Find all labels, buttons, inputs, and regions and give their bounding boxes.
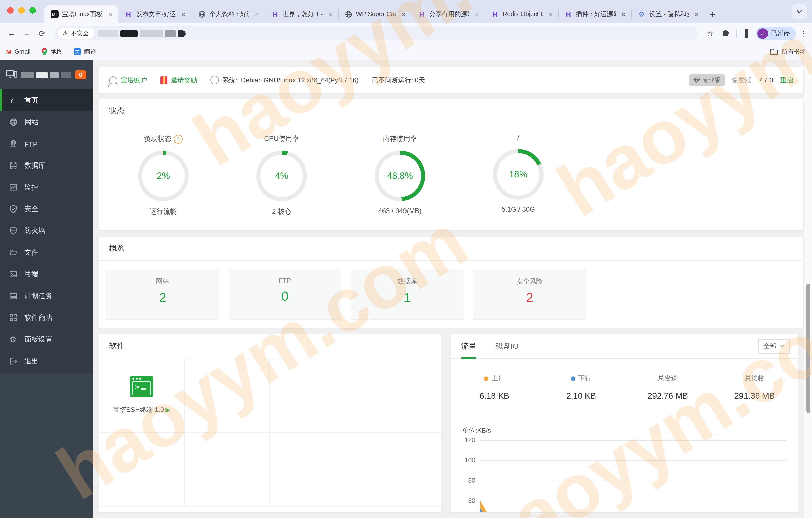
- bookmark-maps[interactable]: 地图: [41, 47, 63, 56]
- traffic-area-chart: [480, 435, 789, 513]
- stat-upstream: 上行 6.18 KB: [451, 374, 538, 401]
- close-tab-icon[interactable]: ×: [619, 10, 628, 18]
- minimize-window-button[interactable]: [18, 7, 25, 13]
- sidebar-item-security[interactable]: 安全: [0, 198, 92, 220]
- play-icon[interactable]: ▶: [165, 406, 170, 414]
- forward-button[interactable]: →: [20, 29, 33, 38]
- sidebar-item-home[interactable]: ⌂ 首页: [0, 89, 92, 111]
- sidebar-item-logout[interactable]: 退出: [0, 350, 92, 372]
- screen: BT 宝塔Linux面板 × H 发布文章-好运 × 个人资料 ‹ 好运 × H…: [0, 0, 812, 518]
- tab-profile[interactable]: 个人资料 ‹ 好运 ×: [192, 5, 265, 23]
- tab-hello-world[interactable]: H 世界，您好！-好 ×: [265, 5, 338, 23]
- new-tab-button[interactable]: +: [710, 9, 716, 20]
- close-tab-icon[interactable]: ×: [326, 10, 334, 18]
- diamond-icon: [693, 77, 700, 83]
- tab-title: Redis Object C: [502, 10, 543, 18]
- software-empty-cell: [184, 358, 270, 433]
- sidebar-item-cron[interactable]: 计划任务: [0, 285, 92, 307]
- security-badge[interactable]: ⚠不安全: [58, 28, 94, 39]
- bookmark-translate[interactable]: 文翻译: [74, 47, 96, 56]
- restart-button[interactable]: 重启: [780, 75, 793, 85]
- overview-websites[interactable]: 网站 2: [106, 269, 219, 320]
- sidebar-item-firewall[interactable]: WAF 防火墙: [0, 220, 92, 242]
- panel-topbar: 宝塔账户 邀请奖励 系统:Debian GNU/Linux 12 x86_64(…: [99, 67, 804, 93]
- y-tick: 100: [454, 457, 475, 464]
- close-tab-icon[interactable]: ×: [693, 10, 701, 18]
- tab-share-source[interactable]: H 分享有用的源码 ×: [411, 5, 485, 23]
- gauge-memory: 内存使用率 48.8% 463 / 949(MB): [341, 134, 459, 216]
- close-tab-icon[interactable]: ×: [253, 10, 261, 18]
- close-tab-icon[interactable]: ×: [179, 10, 187, 18]
- bt-account-link[interactable]: 宝塔账户: [109, 75, 147, 85]
- overview-title: 概览: [99, 237, 804, 261]
- message-count-badge[interactable]: 0: [75, 70, 86, 79]
- overview-security-risks[interactable]: 安全风险 2: [473, 269, 586, 320]
- warning-icon: ⚠: [63, 30, 68, 37]
- sidebar-item-database[interactable]: 数据库: [0, 155, 92, 176]
- reload-button[interactable]: ⟳: [35, 29, 49, 38]
- waf-shield-icon: WAF: [8, 226, 18, 235]
- invite-reward-link[interactable]: 邀请奖励: [160, 75, 197, 85]
- maximize-window-button[interactable]: [29, 7, 36, 13]
- y-tick: 60: [454, 497, 475, 505]
- shield-icon: [8, 205, 18, 213]
- browser-menu-icon[interactable]: ⋮: [800, 29, 807, 37]
- sidebar: 0 ⌂ 首页 网站 FTP 数据库 监控: [0, 60, 92, 518]
- software-card: 软件 > 宝塔SSH终端 1.0▶: [99, 334, 441, 513]
- overview-boxes: 网站 2 FTP 0 数据库 1 安全风险 2: [99, 261, 804, 320]
- gauge-value: 18%: [497, 153, 540, 195]
- software-ssh-terminal[interactable]: > 宝塔SSH终端 1.0▶: [99, 358, 184, 433]
- sidebar-item-websites[interactable]: 网站: [0, 111, 92, 133]
- pro-version-badge[interactable]: 专业版: [689, 74, 725, 86]
- close-tab-icon[interactable]: ×: [473, 10, 481, 18]
- overview-databases[interactable]: 数据库 1: [351, 269, 464, 320]
- extensions-icon[interactable]: [719, 29, 732, 38]
- close-window-button[interactable]: [7, 7, 13, 13]
- gauge-cpu: CPU使用率 4% 2 核心: [223, 134, 341, 216]
- profile-chip[interactable]: J 已暂停: [756, 27, 796, 40]
- sidebar-item-files[interactable]: 文件: [0, 242, 92, 263]
- sidebar-item-terminal[interactable]: 终端: [0, 263, 92, 285]
- tab-traffic[interactable]: 流量: [461, 334, 476, 358]
- close-tab-icon[interactable]: ×: [106, 10, 114, 18]
- back-button[interactable]: ←: [5, 29, 18, 38]
- tab-search-button[interactable]: [792, 4, 807, 19]
- tab-bt-panel[interactable]: BT 宝塔Linux面板 ×: [45, 5, 118, 23]
- gauge-subtext: 463 / 949(MB): [378, 207, 422, 215]
- traffic-header: 流量 磁盘IO 全部: [451, 334, 798, 359]
- tab-title: 个人资料 ‹ 好运: [209, 10, 249, 19]
- tab-redis-object[interactable]: H Redis Object C ×: [485, 5, 558, 23]
- scrollbar-track[interactable]: [804, 60, 812, 518]
- tab-wp-super-cache[interactable]: WP Super Cac ×: [338, 5, 411, 23]
- tab-disk-io[interactable]: 磁盘IO: [495, 334, 519, 358]
- sidebar-header: 0: [0, 60, 92, 89]
- person-icon: [109, 76, 117, 84]
- all-bookmarks[interactable]: 所有书签: [761, 47, 806, 56]
- y-tick: 80: [454, 477, 475, 484]
- scrollbar-thumb[interactable]: [807, 283, 811, 413]
- monitor-icon: [8, 183, 18, 191]
- y-tick: 120: [454, 437, 475, 444]
- calendar-icon: [8, 292, 18, 300]
- tab-settings-privacy[interactable]: ⚙ 设置 - 隐私和安 ×: [632, 5, 705, 23]
- overview-ftp[interactable]: FTP 0: [229, 269, 341, 320]
- tab-publish-article[interactable]: H 发布文章-好运 ×: [118, 5, 192, 23]
- side-panel-icon[interactable]: [741, 29, 754, 38]
- tab-title: 宝塔Linux面板: [62, 10, 103, 19]
- bookmark-gmail[interactable]: MGmail: [6, 48, 30, 55]
- close-tab-icon[interactable]: ×: [400, 10, 407, 18]
- address-bar[interactable]: ⚠不安全: [55, 26, 697, 40]
- bookmark-star-icon[interactable]: ☆: [703, 29, 717, 38]
- close-tab-icon[interactable]: ×: [546, 10, 554, 18]
- sidebar-item-app-store[interactable]: 软件商店: [0, 307, 92, 329]
- bt-panel-app: 0 ⌂ 首页 网站 FTP 数据库 监控: [0, 60, 812, 518]
- sidebar-item-monitor[interactable]: 监控: [0, 176, 92, 198]
- traffic-filter-select[interactable]: 全部: [758, 339, 790, 354]
- downstream-dot: [571, 376, 575, 381]
- sidebar-item-ftp[interactable]: FTP: [0, 133, 92, 155]
- tab-plugins[interactable]: H 插件 ‹ 好运源码 ×: [558, 5, 632, 23]
- tab-title: 世界，您好！-好: [283, 10, 323, 19]
- sidebar-item-panel-settings[interactable]: ⚙ 面板设置: [0, 329, 92, 350]
- help-icon[interactable]: ?: [174, 135, 182, 143]
- gauge-subtext: 2 核心: [272, 207, 291, 216]
